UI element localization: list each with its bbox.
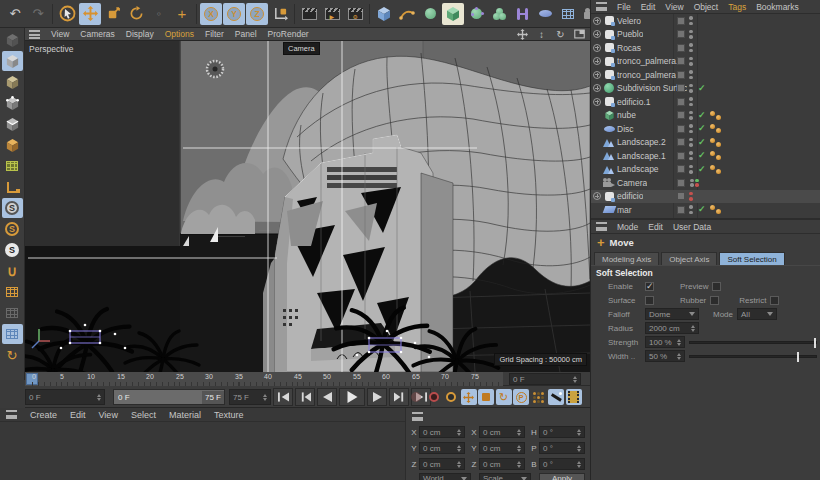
add-field-button[interactable]: [534, 3, 556, 25]
layer-box[interactable]: [677, 206, 685, 214]
menu-tags[interactable]: Tags: [728, 2, 746, 12]
menu-create[interactable]: Create: [30, 410, 57, 420]
menu-mode[interactable]: Mode: [617, 222, 638, 232]
enabled-check-icon[interactable]: [698, 138, 706, 147]
visibility-dots[interactable]: [689, 57, 693, 66]
polygon-mode-button[interactable]: [2, 135, 23, 155]
rotation-h-field[interactable]: 0 °: [539, 426, 585, 438]
enabled-check-icon[interactable]: [698, 205, 706, 214]
tab-modeling-axis[interactable]: Modeling Axis: [594, 252, 659, 265]
preview-checkbox[interactable]: [712, 282, 721, 291]
point-mode-button[interactable]: [2, 93, 23, 113]
menu-object[interactable]: Object: [694, 2, 719, 12]
menu-user-data[interactable]: User Data: [673, 222, 711, 232]
add-symmetry-button[interactable]: [511, 3, 533, 25]
object-row-landscape-1[interactable]: Landscape.1: [591, 149, 820, 163]
object-row-tronco-palmera[interactable]: tronco_palmera: [591, 68, 820, 82]
key-position-button[interactable]: [461, 389, 477, 405]
slider-handle[interactable]: [797, 352, 799, 362]
menu-filter[interactable]: Filter: [205, 29, 224, 39]
layer-box[interactable]: [677, 192, 685, 200]
visibility-dots[interactable]: [689, 111, 693, 120]
render-settings-button[interactable]: ⚙: [344, 3, 366, 25]
size-x-field[interactable]: 0 cm: [479, 426, 525, 438]
rubber-checkbox[interactable]: [710, 296, 719, 305]
key-parameter-button[interactable]: P: [513, 389, 529, 405]
add-primitive-cube-button[interactable]: [373, 3, 395, 25]
menu-select[interactable]: Select: [131, 410, 156, 420]
visibility-dots[interactable]: [689, 165, 693, 174]
object-row-landscape[interactable]: Landscape: [591, 163, 820, 177]
object-row-subdivision-surface[interactable]: Subdivision Surface: [591, 82, 820, 96]
size-y-field[interactable]: 0 cm: [479, 442, 525, 454]
workplane-lock-button[interactable]: [2, 303, 23, 323]
make-editable-button[interactable]: [2, 30, 23, 50]
enabled-check-icon[interactable]: [698, 151, 706, 160]
play-button[interactable]: [339, 388, 365, 406]
coordinate-system-button[interactable]: [269, 3, 291, 25]
add-spline-pen-button[interactable]: [396, 3, 418, 25]
menu-edit[interactable]: Edit: [641, 2, 656, 12]
lock-x-axis-button[interactable]: X: [200, 3, 222, 25]
object-row-nube[interactable]: nube: [591, 109, 820, 123]
scale-tool-button[interactable]: [102, 3, 124, 25]
dolly-view-icon[interactable]: ↕: [535, 29, 548, 40]
object-row-velero[interactable]: Velero: [591, 14, 820, 28]
tag-icons[interactable]: [710, 151, 721, 160]
menu-view[interactable]: View: [665, 2, 683, 12]
position-z-field[interactable]: 0 cm: [419, 458, 465, 470]
workplane-align-button[interactable]: [2, 324, 23, 344]
visibility-dots[interactable]: [689, 30, 693, 39]
layer-box[interactable]: [677, 84, 685, 92]
menu-options[interactable]: Options: [165, 29, 194, 39]
record-active-objects-button[interactable]: [426, 389, 442, 405]
strength-field[interactable]: 100 %: [645, 336, 685, 348]
tweak-plus-button[interactable]: +: [171, 3, 193, 25]
layer-box[interactable]: [677, 152, 685, 160]
visibility-dots[interactable]: [689, 70, 693, 79]
layer-box[interactable]: [677, 111, 685, 119]
menu-cameras[interactable]: Cameras: [80, 29, 114, 39]
layer-box[interactable]: [677, 138, 685, 146]
next-key-button[interactable]: [389, 388, 409, 406]
object-row-camera[interactable]: Camera: [591, 176, 820, 190]
slider-handle[interactable]: [814, 338, 816, 348]
object-row-edificio[interactable]: edificio: [591, 190, 820, 204]
object-row-edificio-1[interactable]: edificio.1: [591, 95, 820, 109]
tag-icons[interactable]: [710, 111, 721, 120]
menu-view[interactable]: View: [99, 410, 118, 420]
width-field[interactable]: 50 %: [645, 350, 685, 362]
object-row-tronco-palmera-1[interactable]: tronco_palmera.1: [591, 55, 820, 69]
visibility-dots[interactable]: [689, 97, 693, 106]
menu-panel[interactable]: Panel: [235, 29, 257, 39]
preview-range-slider[interactable]: 0 F 75 F: [113, 389, 225, 405]
tab-soft-selection[interactable]: Soft Selection: [719, 252, 784, 265]
strength-slider[interactable]: [689, 341, 817, 344]
current-frame-field[interactable]: 0 F: [25, 389, 105, 405]
menu-view[interactable]: View: [51, 29, 69, 39]
render-view-button[interactable]: [298, 3, 320, 25]
view-label[interactable]: Perspective: [29, 44, 73, 54]
last-tool-button[interactable]: ◦: [148, 3, 170, 25]
visibility-dots[interactable]: [689, 205, 693, 214]
autokeying-button[interactable]: [548, 389, 564, 405]
viewport[interactable]: Perspective Camera Grid Spacing : 50000 …: [25, 41, 590, 372]
viewport-solo-off-button[interactable]: S: [2, 198, 23, 218]
rotate-tool-button[interactable]: [125, 3, 147, 25]
size-z-field[interactable]: 0 cm: [479, 458, 525, 470]
layer-box[interactable]: [677, 57, 685, 65]
rotate-view-icon[interactable]: ↻: [554, 29, 567, 40]
material-menu-icon[interactable]: [6, 410, 17, 419]
redo-button[interactable]: ↷: [27, 3, 49, 25]
enable-axis-button[interactable]: [2, 177, 23, 197]
menu-texture[interactable]: Texture: [214, 410, 244, 420]
expand-icon[interactable]: [593, 30, 601, 38]
viewport-solo-single-button[interactable]: S: [2, 219, 23, 239]
toggle-view-icon[interactable]: [573, 29, 586, 40]
tag-icons[interactable]: [710, 124, 721, 133]
restrict-checkbox[interactable]: [770, 296, 779, 305]
menu-edit[interactable]: Edit: [648, 222, 663, 232]
mode-select[interactable]: All: [737, 308, 777, 320]
position-x-field[interactable]: 0 cm: [419, 426, 465, 438]
undo-button[interactable]: ↶: [4, 3, 26, 25]
